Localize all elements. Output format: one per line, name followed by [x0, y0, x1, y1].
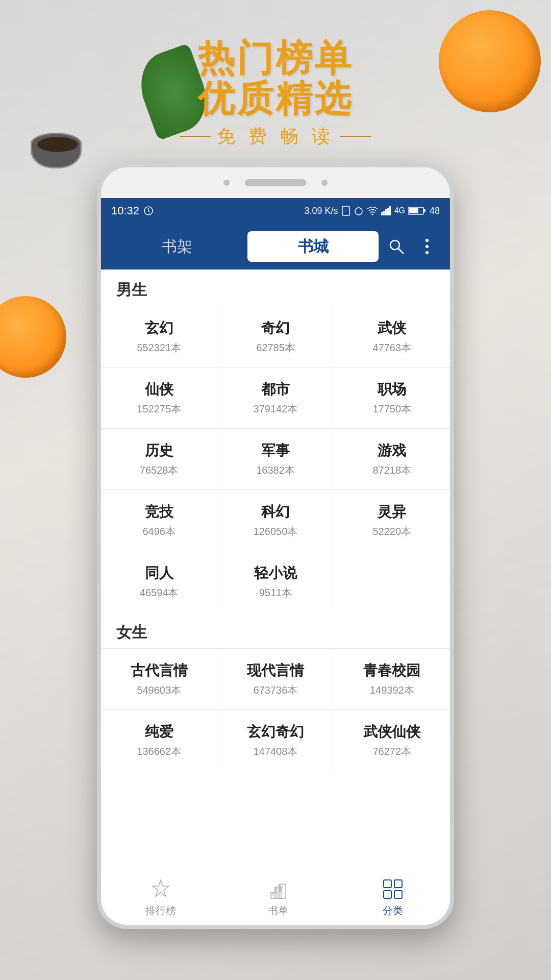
search-nav-button[interactable] [384, 234, 409, 259]
more-icon [424, 238, 430, 255]
bottom-nav-category[interactable]: 分类 [380, 876, 406, 918]
svg-point-17 [425, 251, 429, 254]
search-icon [388, 238, 405, 255]
booklist-label: 书单 [268, 904, 288, 918]
category-wuxiaxianxia[interactable]: 武侠仙侠 76272本 [334, 710, 450, 771]
phone-top-bar [101, 167, 450, 198]
tab-bookstore[interactable]: 书城 [247, 231, 379, 262]
ranking-icon [148, 876, 173, 902]
content-area: 男生 玄幻 552321本 奇幻 62785本 武侠 47763本 [101, 270, 450, 869]
category-youxi[interactable]: 游戏 87218本 [334, 429, 450, 489]
phone-frame: 10:32 3.09 K/s [97, 163, 454, 929]
bowl-decoration [31, 133, 82, 168]
svg-rect-8 [387, 208, 389, 215]
female-category-grid: 古代言情 549603本 现代言情 673736本 青春校园 149392本 纯… [101, 648, 450, 771]
male-section-header: 男生 [101, 270, 450, 306]
svg-rect-6 [383, 211, 385, 215]
status-time: 10:32 [111, 204, 139, 217]
category-label: 分类 [383, 904, 403, 918]
category-xuanhuan[interactable]: 玄幻 552321本 [101, 306, 217, 367]
category-qingxiaoshuo[interactable]: 轻小说 9511本 [217, 551, 334, 612]
clock-icon [143, 206, 154, 216]
svg-rect-30 [394, 891, 402, 898]
category-qingchunxiaoyuan[interactable]: 青春校园 149392本 [334, 649, 450, 709]
male-row-3: 历史 76528本 军事 16382本 游戏 87218本 [101, 428, 450, 489]
phone-camera-left [223, 180, 230, 186]
svg-text:2: 2 [281, 885, 283, 890]
svg-point-15 [425, 239, 429, 242]
bottom-nav: 排行榜 1 2 3 书单 [101, 869, 450, 925]
svg-rect-29 [384, 891, 391, 898]
svg-point-13 [390, 240, 399, 250]
hero-title-line2: 优质精选 [180, 79, 371, 119]
female-row-2: 纯爱 136662本 玄幻奇幻 147408本 武侠仙侠 76272本 [101, 709, 450, 771]
category-xianxia[interactable]: 仙侠 152275本 [101, 368, 217, 428]
male-row-2: 仙侠 152275本 都市 379142本 职场 17750本 [101, 367, 450, 428]
category-wuxia[interactable]: 武侠 47763本 [334, 306, 450, 367]
phone-camera-right [321, 180, 328, 186]
hero-section: 热门榜单 优质精选 免 费 畅 读 [180, 38, 371, 149]
status-bar: 10:32 3.09 K/s [101, 198, 450, 224]
svg-point-2 [355, 208, 362, 215]
category-junshi[interactable]: 军事 16382本 [217, 429, 334, 489]
svg-rect-12 [423, 209, 425, 212]
category-qihuan[interactable]: 奇幻 62785本 [217, 306, 334, 367]
male-category-grid: 玄幻 552321本 奇幻 62785本 武侠 47763本 仙侠 152275… [101, 306, 450, 612]
svg-line-14 [398, 249, 404, 254]
phone-speaker [245, 179, 306, 186]
svg-point-4 [371, 214, 373, 215]
tab-bookshelf[interactable]: 书架 [111, 231, 242, 262]
empty-cell [334, 551, 450, 612]
svg-rect-11 [409, 208, 418, 213]
category-icon [380, 876, 406, 902]
svg-marker-18 [153, 880, 169, 896]
hero-subtitle: 免 费 畅 读 [180, 124, 371, 149]
booklist-icon: 1 2 3 [265, 876, 291, 902]
female-row-1: 古代言情 549603本 现代言情 673736本 青春校园 149392本 [101, 648, 450, 709]
svg-rect-5 [381, 212, 383, 215]
category-jingji[interactable]: 竞技 6496本 [101, 490, 217, 551]
category-xuanhuanqihuan[interactable]: 玄幻奇幻 147408本 [217, 710, 334, 771]
nav-bar: 书架 书城 [101, 224, 450, 270]
hero-title-line1: 热门榜单 [180, 38, 371, 79]
svg-rect-9 [389, 206, 391, 215]
svg-rect-28 [394, 880, 402, 888]
status-right: 3.09 K/s [305, 206, 440, 216]
svg-text:3: 3 [271, 892, 274, 897]
wifi-icon [367, 206, 378, 215]
svg-rect-7 [385, 209, 387, 215]
category-tongren[interactable]: 同人 46594本 [101, 551, 217, 612]
female-section-header: 女生 [101, 612, 450, 648]
bottom-nav-booklist[interactable]: 1 2 3 书单 [265, 876, 291, 918]
signal-icon [381, 206, 391, 215]
battery-icon [408, 206, 427, 215]
category-lishi[interactable]: 历史 76528本 [101, 429, 217, 489]
ranking-label: 排行榜 [145, 904, 176, 918]
category-xiandaiyangqing[interactable]: 现代言情 673736本 [217, 649, 334, 709]
category-dushi[interactable]: 都市 379142本 [217, 368, 334, 428]
category-gudaiyanqing[interactable]: 古代言情 549603本 [101, 649, 217, 709]
category-chunai[interactable]: 纯爱 136662本 [101, 710, 217, 771]
more-nav-button[interactable] [414, 234, 440, 259]
category-lingyi[interactable]: 灵异 52220本 [334, 490, 450, 551]
male-row-1: 玄幻 552321本 奇幻 62785本 武侠 47763本 [101, 306, 450, 367]
svg-rect-27 [384, 880, 391, 888]
status-speed: 3.09 K/s [305, 206, 338, 216]
category-zhichang[interactable]: 职场 17750本 [334, 368, 450, 428]
male-row-5: 同人 46594本 轻小说 9511本 [101, 551, 450, 612]
orange-decoration-top [439, 10, 541, 112]
phone-icon [341, 206, 350, 216]
category-kehuan[interactable]: 科幻 126050本 [217, 490, 334, 551]
status-4g: 4G [394, 206, 405, 215]
alarm-icon [354, 206, 364, 216]
svg-point-16 [425, 245, 429, 248]
bottom-nav-ranking[interactable]: 排行榜 [145, 876, 176, 918]
svg-text:1: 1 [277, 887, 279, 892]
male-row-4: 竞技 6496本 科幻 126050本 灵异 52220本 [101, 489, 450, 551]
status-left: 10:32 [111, 204, 154, 217]
status-battery: 48 [430, 206, 440, 216]
svg-rect-1 [342, 206, 349, 215]
